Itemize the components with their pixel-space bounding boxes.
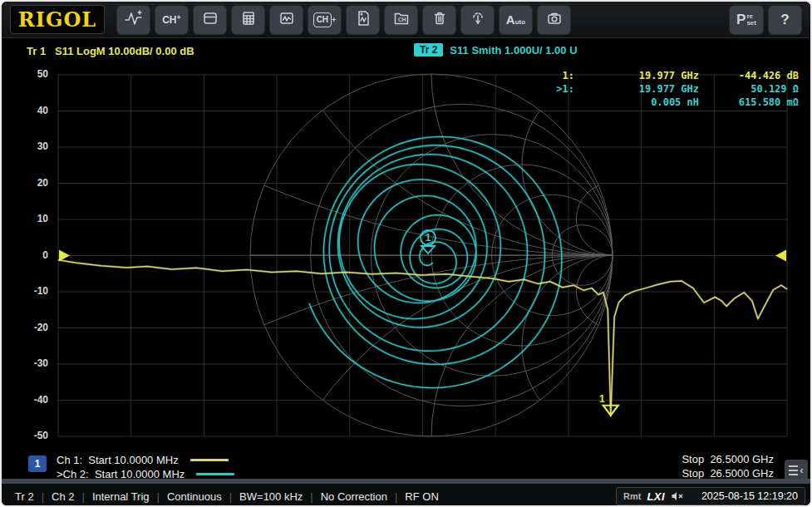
status-sweep-mode: Continuous [167,490,222,503]
y-axis-label: 30 [12,140,48,152]
y-axis-label: 20 [12,177,48,189]
trace1-color-swatch [190,459,229,461]
system-status-panel: Rmt LXI 2025-08-15 12:19:20 [616,487,805,505]
status-trigger-source: Internal Trig [92,490,150,503]
y-axis-label: -50 [12,430,48,441]
status-rf-state: RF ON [405,490,438,503]
menu-icon [789,465,798,475]
y-axis-label: 10 [12,213,48,224]
marker-freq: 0.005 nH [574,96,699,108]
y-axis-label: -10 [12,285,48,297]
remote-indicator: Rmt [623,491,641,501]
trace2-color-swatch [196,473,234,475]
lxi-indicator: LXI [647,490,665,503]
status-bar: Tr 2| Ch 2| Internal Trig| Continuous| B… [2,484,810,507]
y-axis-label: 50 [12,68,48,80]
marker-freq: 19.977 GHz [574,83,699,95]
marker-value: 50.129 Ω [699,83,799,95]
y-axis-label: -40 [12,394,48,406]
status-if-bandwidth: BW=100 kHz [239,490,303,503]
svg-text:1: 1 [599,393,605,405]
y-axis-label: -30 [12,357,48,369]
vna-screen: RIGOL CH+ CH+ [0,0,812,507]
marker-value: 615.580 mΩ [699,96,799,108]
y-axis-label: -20 [12,322,48,333]
marker-label: 1: [539,70,574,81]
marker-label: >1: [539,83,574,95]
menu-expand-button[interactable]: ‹ [785,460,808,480]
y-axis-label: 40 [12,105,48,116]
marker-freq: 19.977 GHz [574,70,699,81]
datetime: 2025-08-15 12:19:20 [701,490,798,502]
marker-readout: 1: 19.977 GHz -44.426 dB >1: 19.977 GHz … [539,70,799,108]
channel1-legend: Ch 1: Start 10.0000 MHz [57,453,229,466]
channel1-stop: Stop 26.5000 GHz [682,453,774,466]
marker-value: -44.426 dB [699,70,799,81]
status-correction: No Correction [321,490,387,503]
speaker-muted-icon[interactable] [671,490,684,502]
status-active-trace: Tr 2 [15,490,34,503]
marker-label [539,96,574,108]
channel-select-badge[interactable]: 1 [28,455,47,472]
svg-text:1: 1 [426,232,431,244]
chevron-left-icon: ‹ [800,465,803,475]
y-axis-label: 0 [12,249,48,261]
status-active-channel: Ch 2 [52,490,74,503]
